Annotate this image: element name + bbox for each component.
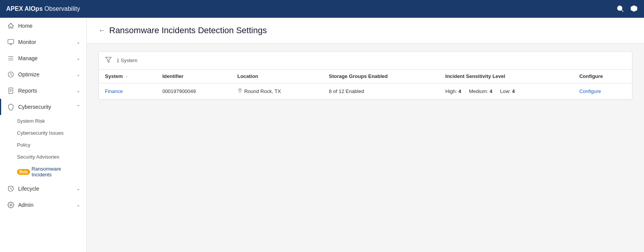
- cell-sensitivity: High: 4 Medium: 4 Low: 4: [439, 83, 573, 100]
- chevron-down-icon: ⌄: [76, 39, 80, 45]
- svg-point-6: [10, 204, 12, 206]
- filter-icon[interactable]: [105, 56, 112, 64]
- table-toolbar: 1 System: [99, 52, 632, 69]
- sidebar-item-monitor-label: Monitor: [18, 39, 73, 45]
- app-title-bold: APEX AIOps: [6, 5, 43, 12]
- configure-link[interactable]: Configure: [579, 88, 601, 94]
- sidebar-item-home[interactable]: Home: [0, 18, 86, 34]
- sidebar-item-optimize-label: Optimize: [18, 71, 73, 78]
- sidebar-item-optimize[interactable]: Optimize ⌄: [0, 66, 86, 83]
- system-count: 1 System: [117, 58, 137, 63]
- sort-arrow: ↑: [126, 74, 128, 79]
- table-section: 1 System System ↑ Identifier Location St…: [98, 51, 632, 100]
- lifecycle-icon: [7, 185, 14, 192]
- col-identifier: Identifier: [156, 69, 231, 83]
- sidebar-item-cybersecurity-label: Cybersecurity: [18, 104, 73, 110]
- col-location: Location: [231, 69, 323, 83]
- cell-identifier: 000197900049: [156, 83, 231, 100]
- top-bar-icons: [616, 5, 638, 14]
- back-button[interactable]: ←: [98, 27, 105, 35]
- app-title: APEX AIOps Observability: [6, 5, 80, 12]
- ransomware-label: Ransomware Incidents: [32, 166, 80, 178]
- manage-icon: [7, 55, 14, 62]
- sensitivity-cell: High: 4 Medium: 4 Low: 4: [445, 88, 567, 94]
- location-cell: Round Rock, TX: [237, 88, 316, 95]
- optimize-icon: [7, 71, 14, 78]
- sidebar-item-cybersecurity[interactable]: Cybersecurity ⌃: [0, 99, 86, 115]
- svg-rect-3: [8, 39, 14, 44]
- content-area: ← Ransomware Incidents Detection Setting…: [87, 18, 644, 252]
- systems-table: System ↑ Identifier Location Storage Gro…: [99, 69, 632, 100]
- col-storage-groups: Storage Groups Enabled: [323, 69, 439, 83]
- col-sensitivity: Incident Sensitivity Level: [439, 69, 573, 83]
- app-icon: [630, 5, 638, 14]
- system-link[interactable]: Finance: [105, 88, 123, 94]
- table-row: Finance 000197900049: [99, 83, 632, 100]
- sidebar-item-lifecycle-label: Lifecycle: [18, 186, 73, 192]
- submenu-item-system-risk[interactable]: System Risk: [17, 115, 86, 127]
- svg-marker-2: [631, 5, 637, 12]
- location-icon: [237, 88, 243, 95]
- chevron-down-icon: ⌄: [76, 56, 80, 61]
- page-title: Ransomware Incidents Detection Settings: [109, 25, 267, 36]
- cybersecurity-submenu: System Risk Cybersecurity Issues Policy …: [0, 115, 86, 181]
- search-icon[interactable]: [616, 5, 624, 14]
- chevron-down-icon: ⌄: [76, 186, 80, 191]
- cell-location: Round Rock, TX: [231, 83, 323, 100]
- svg-line-1: [622, 10, 624, 12]
- svg-point-7: [240, 90, 240, 90]
- page-header: ← Ransomware Incidents Detection Setting…: [87, 18, 644, 44]
- location-text: Round Rock, TX: [244, 88, 281, 94]
- cell-configure: Configure: [573, 83, 632, 100]
- submenu-item-security-advisories[interactable]: Security Advisories: [17, 151, 86, 163]
- security-icon: [7, 103, 14, 110]
- cell-storage-groups: 8 of 12 Enabled: [323, 83, 439, 100]
- sensitivity-medium: Medium: 4: [469, 88, 492, 94]
- sidebar-item-manage[interactable]: Manage ⌄: [0, 50, 86, 66]
- sensitivity-high: High: 4: [445, 88, 461, 94]
- sidebar-item-lifecycle[interactable]: Lifecycle ⌄: [0, 181, 86, 197]
- admin-icon: [7, 201, 14, 208]
- sensitivity-low: Low: 4: [500, 88, 515, 94]
- chevron-down-icon: ⌄: [76, 202, 80, 208]
- sidebar-item-admin[interactable]: Admin ⌄: [0, 197, 86, 213]
- monitor-icon: [7, 39, 14, 46]
- reports-icon: [7, 87, 14, 94]
- sidebar-item-home-label: Home: [18, 23, 80, 29]
- sidebar: Home Monitor ⌄ Manage ⌄ Optimize ⌄ Repor…: [0, 18, 87, 252]
- svg-point-0: [617, 6, 622, 10]
- col-system[interactable]: System ↑: [99, 69, 156, 83]
- sidebar-item-reports-label: Reports: [18, 88, 73, 94]
- sidebar-item-admin-label: Admin: [18, 202, 73, 208]
- home-icon: [7, 22, 14, 29]
- chevron-up-icon: ⌃: [76, 104, 80, 110]
- main-layout: Home Monitor ⌄ Manage ⌄ Optimize ⌄ Repor…: [0, 18, 644, 252]
- submenu-item-cybersecurity-issues[interactable]: Cybersecurity Issues: [17, 127, 86, 139]
- submenu-item-ransomware[interactable]: Beta Ransomware Incidents: [17, 163, 86, 181]
- svg-rect-5: [9, 88, 13, 94]
- app-title-regular: Observability: [43, 5, 80, 12]
- beta-badge: Beta: [17, 169, 30, 175]
- table-header-row: System ↑ Identifier Location Storage Gro…: [99, 69, 632, 83]
- chevron-down-icon: ⌄: [76, 88, 80, 93]
- sidebar-item-monitor[interactable]: Monitor ⌄: [0, 34, 86, 50]
- sidebar-item-manage-label: Manage: [18, 55, 73, 61]
- cell-system: Finance: [99, 83, 156, 100]
- sidebar-item-reports[interactable]: Reports ⌄: [0, 83, 86, 99]
- top-bar: APEX AIOps Observability: [0, 0, 644, 18]
- col-configure: Configure: [573, 69, 632, 83]
- chevron-down-icon: ⌄: [76, 72, 80, 77]
- page-header-top: ← Ransomware Incidents Detection Setting…: [98, 25, 632, 36]
- submenu-item-policy[interactable]: Policy: [17, 139, 86, 151]
